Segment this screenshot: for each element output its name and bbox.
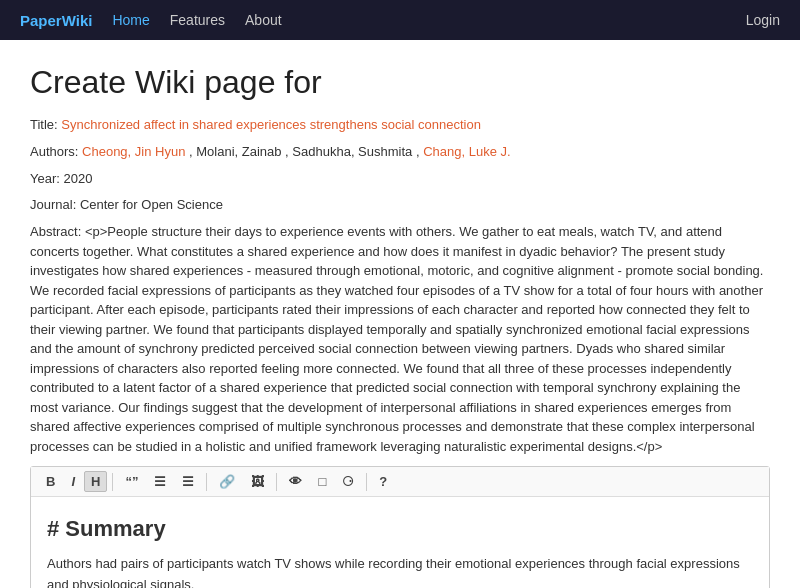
editor-toolbar: B I H “” ☰ ☰ 🔗 🖼 👁 □ ⚆ ? — [31, 467, 769, 497]
nav-features[interactable]: Features — [170, 12, 225, 28]
author-2-link[interactable]: Chang, Luke J. — [423, 144, 510, 159]
author-1-link[interactable]: Cheong, Jin Hyun — [82, 144, 185, 159]
year-value: 2020 — [64, 171, 93, 186]
toolbar-bold[interactable]: B — [39, 471, 62, 492]
toolbar-ordered[interactable]: ☰ — [175, 471, 201, 492]
toolbar-link[interactable]: 🔗 — [212, 471, 242, 492]
metadata-authors: Authors: Cheong, Jin Hyun , Molani, Zain… — [30, 142, 770, 163]
navbar-brand: PaperWiki — [20, 12, 92, 29]
brand-wiki: Wiki — [62, 12, 93, 29]
journal-label: Journal: — [30, 197, 76, 212]
navbar: PaperWiki Home Features About Login — [0, 0, 800, 40]
navbar-right: Login — [746, 12, 780, 28]
toolbar-image[interactable]: 🖼 — [244, 471, 271, 492]
toolbar-italic[interactable]: I — [64, 471, 82, 492]
summary-para-1: Authors had pairs of participants watch … — [47, 554, 753, 588]
title-label: Title: — [30, 117, 58, 132]
authors-label: Authors: — [30, 144, 78, 159]
toolbar-bullet[interactable]: ☰ — [147, 471, 173, 492]
editor-container: B I H “” ☰ ☰ 🔗 🖼 👁 □ ⚆ ? # Summary Autho… — [30, 466, 770, 588]
toolbar-heading[interactable]: H — [84, 471, 107, 492]
editor-body[interactable]: # Summary Authors had pairs of participa… — [31, 497, 769, 588]
toolbar-sep-3 — [276, 473, 277, 491]
navbar-left: PaperWiki Home Features About — [20, 12, 282, 29]
year-label: Year: — [30, 171, 60, 186]
toolbar-fullscreen[interactable]: ⚆ — [335, 471, 361, 492]
paper-title-link[interactable]: Synchronized affect in shared experience… — [61, 117, 481, 132]
abstract: Abstract: <p>People structure their days… — [30, 222, 770, 456]
toolbar-sep-2 — [206, 473, 207, 491]
page-title: Create Wiki page for — [30, 64, 770, 101]
journal-value: Center for Open Science — [80, 197, 223, 212]
toolbar-sep-4 — [366, 473, 367, 491]
toolbar-side-by-side[interactable]: □ — [311, 471, 333, 492]
nav-home[interactable]: Home — [112, 12, 149, 28]
toolbar-sep-1 — [112, 473, 113, 491]
metadata-year: Year: 2020 — [30, 169, 770, 190]
section-summary-heading: # Summary — [47, 511, 753, 546]
nav-about[interactable]: About — [245, 12, 282, 28]
metadata-journal: Journal: Center for Open Science — [30, 195, 770, 216]
toolbar-guide[interactable]: ? — [372, 471, 394, 492]
metadata-title: Title: Synchronized affect in shared exp… — [30, 115, 770, 136]
login-link[interactable]: Login — [746, 12, 780, 28]
toolbar-preview[interactable]: 👁 — [282, 471, 309, 492]
authors-mid: , Molani, Zainab , Sadhukha, Sushmita , — [185, 144, 419, 159]
brand-paper: Paper — [20, 12, 62, 29]
abstract-label: Abstract: — [30, 224, 81, 239]
main-content: Create Wiki page for Title: Synchronized… — [0, 40, 800, 588]
toolbar-quote[interactable]: “” — [118, 471, 145, 492]
